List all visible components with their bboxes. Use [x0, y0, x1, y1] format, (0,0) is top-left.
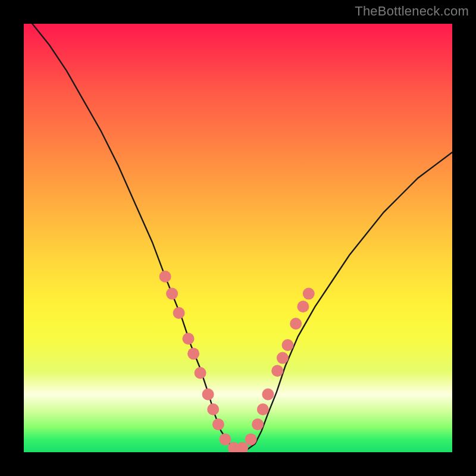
- marker-dot: [252, 418, 264, 430]
- marker-dot: [183, 333, 195, 345]
- bottleneck-curve: [32, 24, 452, 450]
- marker-dot: [297, 300, 309, 312]
- marker-dot: [236, 442, 248, 452]
- marker-dot: [282, 339, 294, 351]
- marker-dot: [159, 271, 171, 283]
- marker-dot: [290, 318, 302, 330]
- marker-dot: [195, 367, 206, 379]
- marker-dot: [207, 403, 219, 415]
- marker-dot: [277, 352, 289, 364]
- chart-frame: TheBottleneck.com: [0, 0, 476, 476]
- marker-dot: [303, 288, 315, 300]
- marker-dot: [271, 365, 283, 377]
- chart-svg: [24, 24, 452, 452]
- marker-dot: [219, 433, 231, 445]
- marker-dot: [245, 433, 257, 445]
- marker-dot: [187, 347, 199, 359]
- marker-dot: [166, 288, 178, 300]
- marker-dots-group: [159, 271, 315, 452]
- plot-area: [24, 24, 452, 452]
- marker-dot: [202, 389, 214, 400]
- marker-dot: [173, 307, 185, 319]
- marker-dot: [257, 403, 269, 415]
- marker-dot: [262, 389, 274, 400]
- watermark-text: TheBottleneck.com: [355, 4, 469, 19]
- marker-dot: [212, 418, 224, 430]
